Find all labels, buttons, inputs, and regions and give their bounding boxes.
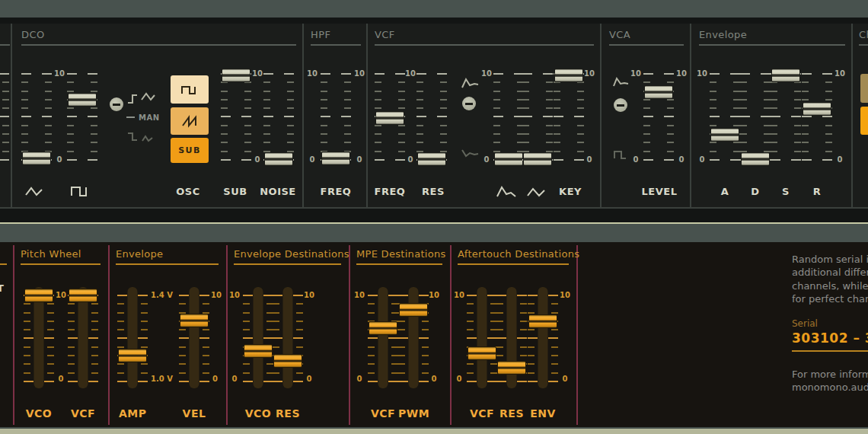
amp-scale-max-label: 1.4 V — [151, 291, 178, 299]
scale-max-label: 10 — [228, 291, 241, 299]
envelope-section-title: Envelope — [699, 29, 747, 40]
scale-min-label: 0 — [480, 155, 493, 164]
man-dash-icon[interactable] — [126, 116, 135, 118]
slider-handle[interactable] — [523, 152, 552, 166]
vcf-mod-amount-slider[interactable] — [522, 73, 553, 161]
slider-handle[interactable] — [273, 354, 302, 368]
mpe-pwm-slider[interactable] — [398, 295, 429, 382]
vcf-freq-slider[interactable] — [375, 73, 405, 161]
chorus-mode-2-button[interactable] — [860, 107, 868, 135]
vcf-env-amount-slider[interactable] — [493, 73, 524, 161]
slider-handle[interactable] — [24, 289, 53, 302]
vcf-res-slider[interactable] — [416, 73, 447, 161]
env-decay-slider[interactable] — [740, 73, 771, 161]
mpe-vcf-slider[interactable] — [368, 295, 398, 382]
aftertouch-vcf-slider[interactable] — [467, 295, 497, 382]
slider-handle[interactable] — [644, 85, 673, 99]
slider-handle[interactable] — [399, 303, 428, 317]
slider-handle[interactable] — [468, 346, 496, 360]
vca-mode-knob[interactable] — [614, 98, 627, 112]
slider-handle[interactable] — [222, 69, 251, 82]
dco-underline — [21, 44, 296, 46]
pitchwheel-vcf-slider[interactable] — [68, 295, 98, 382]
dco-section-title: DCO — [21, 29, 45, 40]
slider-handle[interactable] — [803, 102, 831, 116]
envdest-res-slider[interactable] — [273, 295, 303, 382]
man-mode-label[interactable]: MAN — [139, 113, 160, 122]
slider-handle[interactable] — [22, 152, 51, 165]
triangle-wave-icon[interactable] — [141, 91, 156, 102]
section-divider — [302, 24, 304, 207]
slider-handle[interactable] — [741, 152, 770, 166]
pitch-wheel-title: Pitch Wheel — [21, 248, 81, 260]
hpf-freq-slider[interactable] — [321, 73, 351, 161]
scale-max-label: 10 — [558, 291, 572, 299]
aftertouch-env-slider[interactable] — [528, 295, 558, 382]
amp-scale-min-label: 1.0 V — [151, 375, 178, 383]
chorus-mode-1-button[interactable] — [860, 74, 868, 103]
paragraph-line: additional differ — [792, 266, 868, 279]
gate-icon[interactable] — [614, 149, 627, 159]
scale-min-label: 0 — [582, 155, 596, 164]
inverted-envelope-icon[interactable] — [461, 148, 480, 158]
slider-handle[interactable] — [710, 128, 739, 142]
sub-oscillator-button[interactable]: SUB — [171, 138, 209, 163]
scale-max-label: 10 — [53, 291, 69, 299]
vcf-key-follow-slider[interactable] — [554, 73, 584, 161]
pitch-wheel-underline — [21, 263, 101, 265]
slider-handle[interactable] — [118, 349, 147, 362]
env-sustain-slider[interactable] — [771, 73, 801, 161]
envelope-section-title: Envelope — [116, 248, 163, 260]
slider-handle[interactable] — [375, 111, 404, 125]
slider-handle[interactable] — [494, 152, 523, 166]
slider-handle[interactable] — [321, 152, 350, 165]
env-attack-slider[interactable] — [710, 73, 740, 161]
envelope-underline — [116, 263, 219, 265]
envelope-vel-slider[interactable] — [179, 295, 209, 382]
step-up-icon[interactable] — [127, 92, 138, 106]
scale-min-label: 0 — [52, 155, 67, 164]
mpe-destinations-title: MPE Destinations — [356, 248, 446, 260]
scale-min-label: 0 — [302, 375, 316, 383]
slider-handle[interactable] — [771, 69, 800, 82]
square-wave-button[interactable] — [171, 75, 209, 104]
dco-pulse-slider[interactable] — [67, 73, 97, 161]
dco-sub-level-slider[interactable] — [221, 73, 251, 161]
scale-max-label: 10 — [427, 291, 441, 299]
pulse-wave-icon — [70, 184, 90, 197]
clipped-section-underline — [0, 263, 7, 265]
slider-handle[interactable] — [417, 152, 446, 166]
vca-level-label: LEVEL — [640, 186, 678, 197]
vca-level-slider[interactable] — [643, 73, 674, 161]
saw-wave-icon — [181, 116, 198, 126]
section-divider — [13, 245, 14, 425]
dco-noise-level-slider[interactable] — [263, 73, 294, 161]
envelope-shape-icon[interactable] — [461, 77, 480, 89]
slider-handle[interactable] — [554, 69, 583, 82]
slider-handle[interactable] — [180, 314, 209, 327]
envdest-vco-slider[interactable] — [243, 295, 273, 382]
slider-handle[interactable] — [264, 152, 293, 166]
dco-triangle-slider[interactable] — [21, 73, 52, 161]
dco-mod-knob[interactable] — [110, 97, 123, 111]
slider-handle[interactable] — [69, 289, 97, 302]
envelope-shape-icon[interactable] — [613, 77, 630, 88]
saw-wave-button[interactable] — [171, 107, 209, 135]
pitchwheel-vco-slider[interactable] — [24, 295, 54, 382]
section-divider — [576, 245, 578, 425]
slider-handle[interactable] — [528, 314, 557, 328]
small-wave-icon[interactable] — [142, 134, 154, 143]
footer-line[interactable]: monomono.aud — [792, 381, 868, 394]
slider-handle[interactable] — [68, 93, 97, 107]
env-release-slider[interactable] — [802, 73, 832, 161]
slider-handle[interactable] — [497, 361, 526, 375]
slider-handle[interactable] — [244, 344, 273, 358]
step-down-icon[interactable] — [127, 131, 138, 142]
mpe-pwm-label: PWM — [398, 407, 429, 420]
vcf-mod-knob[interactable] — [462, 97, 476, 110]
aftertouch-res-slider[interactable] — [496, 295, 527, 382]
scale-max-label: 10 — [302, 291, 316, 299]
envelope-amp-slider[interactable] — [117, 295, 148, 382]
slider-handle[interactable] — [369, 321, 397, 335]
scale-min-label: 0 — [305, 155, 319, 164]
